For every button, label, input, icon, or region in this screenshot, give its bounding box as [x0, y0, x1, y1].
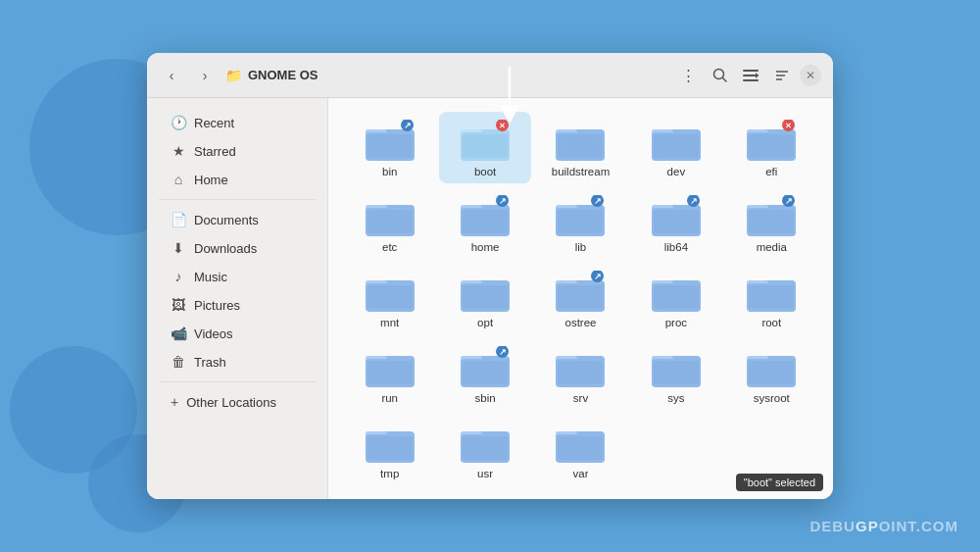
- sidebar: 🕐 Recent ★ Starred ⌂ Home 📄 Documents ⬇ …: [147, 98, 328, 499]
- recent-icon: 🕐: [171, 115, 186, 130]
- svg-text:✕: ✕: [785, 122, 792, 130]
- sidebar-item-documents[interactable]: 📄 Documents: [153, 206, 321, 233]
- file-item-lib64[interactable]: ↗ lib64: [630, 187, 721, 259]
- file-item-dev[interactable]: dev: [630, 112, 721, 183]
- file-item-usr[interactable]: usr: [439, 414, 530, 485]
- title-folder-icon: 📁: [225, 68, 242, 83]
- sidebar-label-home: Home: [194, 173, 228, 187]
- file-item-sbin[interactable]: ↗ sbin: [439, 338, 530, 410]
- file-label-sysroot: sysroot: [754, 392, 790, 404]
- file-item-opt[interactable]: opt: [439, 263, 530, 334]
- file-label-dev: dev: [667, 166, 686, 177]
- sidebar-item-home[interactable]: ⌂ Home: [153, 166, 321, 193]
- folder-icon-dev: [651, 120, 702, 163]
- svg-rect-72: [463, 285, 508, 309]
- folder-icon-proc: [651, 271, 702, 314]
- back-button[interactable]: ‹: [159, 63, 184, 88]
- sidebar-label-starred: Starred: [194, 144, 236, 159]
- file-label-sys: sys: [667, 392, 684, 404]
- svg-rect-20: [463, 134, 508, 158]
- svg-line-3: [722, 78, 726, 82]
- svg-marker-1: [500, 105, 520, 124]
- svg-rect-108: [749, 361, 794, 384]
- file-label-etc: etc: [382, 241, 397, 253]
- svg-rect-120: [558, 436, 603, 460]
- arrow-indicator: [490, 67, 529, 129]
- file-label-usr: usr: [477, 468, 493, 479]
- file-item-srv[interactable]: srv: [535, 338, 626, 410]
- folder-icon-mnt: [365, 271, 416, 314]
- file-item-run[interactable]: run: [344, 338, 435, 410]
- file-item-var[interactable]: var: [535, 414, 626, 485]
- svg-rect-14: [368, 134, 413, 158]
- starred-icon: ★: [171, 143, 186, 159]
- svg-rect-112: [368, 436, 413, 460]
- svg-rect-76: [558, 285, 603, 309]
- svg-rect-116: [463, 436, 508, 460]
- sidebar-item-pictures[interactable]: 🖼 Pictures: [153, 291, 321, 319]
- svg-rect-68: [368, 285, 413, 309]
- downloads-icon: ⬇: [171, 240, 186, 256]
- menu-button[interactable]: ⋮: [674, 62, 702, 89]
- sidebar-item-downloads[interactable]: ⬇ Downloads: [153, 234, 321, 262]
- svg-rect-44: [463, 210, 508, 233]
- folder-icon-root: [746, 271, 797, 314]
- sort-button[interactable]: [768, 62, 796, 89]
- search-button[interactable]: [706, 62, 733, 89]
- file-item-sysroot[interactable]: sysroot: [726, 338, 817, 410]
- folder-icon-efi: ✕: [746, 120, 797, 163]
- file-label-media: media: [757, 241, 787, 253]
- file-item-sys[interactable]: sys: [630, 338, 721, 410]
- svg-rect-30: [654, 134, 699, 158]
- folder-icon-opt: [460, 271, 511, 314]
- file-area: ↗ bin ✕ boot buildstream dev: [328, 98, 833, 499]
- file-item-buildstream[interactable]: buildstream: [535, 112, 626, 183]
- sidebar-other-locations[interactable]: + Other Locations: [153, 388, 321, 416]
- folder-icon-tmp: [365, 422, 416, 465]
- svg-rect-100: [558, 361, 603, 384]
- file-label-efi: efi: [765, 166, 777, 177]
- sidebar-item-videos[interactable]: 📹 Videos: [153, 320, 321, 347]
- sidebar-item-music[interactable]: ♪ Music: [153, 263, 321, 290]
- pictures-icon: 🖼: [171, 297, 186, 313]
- file-label-home: home: [471, 241, 500, 253]
- file-grid: ↗ bin ✕ boot buildstream dev: [344, 112, 817, 485]
- file-label-bin: bin: [382, 166, 397, 177]
- sidebar-label-documents: Documents: [194, 213, 259, 227]
- view-button[interactable]: [737, 62, 764, 89]
- file-item-ostree[interactable]: ↗ ostree: [535, 263, 626, 334]
- close-button[interactable]: ✕: [800, 65, 821, 86]
- folder-icon-usr: [460, 422, 511, 465]
- svg-text:↗: ↗: [689, 196, 697, 206]
- window-content: 🕐 Recent ★ Starred ⌂ Home 📄 Documents ⬇ …: [147, 98, 833, 499]
- folder-icon-media: ↗: [746, 195, 797, 238]
- file-label-srv: srv: [573, 392, 588, 404]
- window-title-area: 📁 GNOME OS: [225, 68, 666, 83]
- svg-rect-90: [368, 361, 413, 384]
- file-item-etc[interactable]: etc: [344, 187, 435, 259]
- sidebar-item-recent[interactable]: 🕐 Recent: [153, 109, 321, 136]
- file-item-tmp[interactable]: tmp: [344, 414, 435, 485]
- file-item-root[interactable]: root: [726, 263, 817, 334]
- file-label-sbin: sbin: [475, 392, 496, 404]
- file-item-home[interactable]: ↗ home: [439, 187, 530, 259]
- other-locations-label: Other Locations: [186, 395, 276, 410]
- folder-icon-buildstream: [555, 120, 606, 163]
- sidebar-item-starred[interactable]: ★ Starred: [153, 137, 321, 165]
- sidebar-label-music: Music: [194, 270, 227, 284]
- file-item-efi[interactable]: ✕ efi: [726, 112, 817, 183]
- sidebar-item-trash[interactable]: 🗑 Trash: [153, 348, 321, 376]
- file-item-media[interactable]: ↗ media: [726, 187, 817, 259]
- folder-icon-srv: [555, 346, 606, 389]
- sidebar-label-videos: Videos: [194, 326, 233, 341]
- file-item-bin[interactable]: ↗ bin: [344, 112, 435, 183]
- svg-rect-94: [463, 361, 508, 384]
- file-item-proc[interactable]: proc: [630, 263, 721, 334]
- file-label-var: var: [573, 468, 589, 479]
- svg-marker-7: [756, 73, 759, 78]
- folder-icon-sbin: ↗: [460, 346, 511, 389]
- folder-icon-run: [365, 346, 416, 389]
- forward-button[interactable]: ›: [192, 63, 218, 88]
- file-item-mnt[interactable]: mnt: [344, 263, 435, 334]
- file-item-lib[interactable]: ↗ lib: [535, 187, 626, 259]
